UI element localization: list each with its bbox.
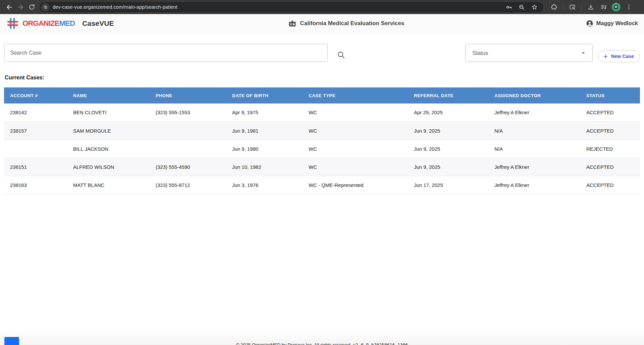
search-case-field bbox=[4, 44, 328, 62]
plus-icon bbox=[603, 54, 608, 59]
tab-search-button[interactable] bbox=[567, 1, 578, 13]
search-case-input[interactable] bbox=[4, 44, 327, 62]
passwords-button[interactable] bbox=[503, 1, 515, 13]
downloads-button[interactable] bbox=[585, 1, 596, 13]
user-name: Maggy Wedlock bbox=[596, 20, 638, 26]
cell-phone: (323) 555-8712 bbox=[156, 176, 232, 194]
status-filter-select[interactable]: Status bbox=[465, 44, 593, 62]
cell-name: MATT BLANC bbox=[73, 176, 156, 194]
cell-name: ALFRED WILSON bbox=[73, 158, 156, 176]
badge-icon bbox=[288, 19, 297, 28]
table-row[interactable]: 238157 SAM MORGULE Jun 9, 1981 WC Jun 9,… bbox=[4, 122, 640, 140]
cell-account bbox=[4, 140, 73, 158]
app-title: CaseVUE bbox=[82, 19, 114, 27]
cell-referral-date: Apr 29, 2025 bbox=[414, 104, 494, 122]
cell-case-type: WC bbox=[309, 122, 414, 140]
footer: © 2025 OrganizeMED by Pranava Inc. All r… bbox=[0, 342, 644, 345]
cell-name: SAM MORGULE bbox=[73, 122, 156, 140]
search-icon bbox=[337, 51, 345, 59]
cell-phone: (323) 555-1553 bbox=[156, 104, 232, 122]
user-menu[interactable]: Maggy Wedlock bbox=[586, 19, 638, 27]
cell-case-type: WC bbox=[309, 158, 414, 176]
cell-phone: (323) 555-4590 bbox=[156, 158, 232, 176]
cell-referral-date: Jun 9, 2025 bbox=[414, 122, 494, 140]
profile-avatar bbox=[612, 3, 621, 11]
address-bar[interactable]: dev-case-vue.organizemed.com/main-app/se… bbox=[40, 2, 543, 12]
cell-doctor: N/A bbox=[494, 140, 586, 158]
account-circle-icon bbox=[586, 19, 594, 27]
puzzle-icon bbox=[550, 4, 557, 11]
copyright-text: © 2025 OrganizeMED by Pranava Inc. All r… bbox=[236, 342, 352, 345]
browser-toolbar: dev-case-vue.organizemed.com/main-app/se… bbox=[0, 0, 644, 14]
bookmark-button[interactable] bbox=[529, 1, 540, 13]
cell-doctor: Jeffrey A Elkner bbox=[494, 158, 586, 176]
forward-button[interactable] bbox=[15, 1, 26, 13]
col-header-case-type: CASE TYPE bbox=[309, 87, 414, 104]
col-header-account: ACCOUNT # bbox=[4, 87, 73, 104]
download-icon bbox=[587, 4, 594, 11]
table-header-row: ACCOUNT # NAME PHONE DATE OF BIRTH CASE … bbox=[4, 87, 640, 104]
back-icon bbox=[5, 3, 13, 11]
cell-doctor: N/A bbox=[494, 122, 586, 140]
col-header-phone: PHONE bbox=[156, 87, 232, 104]
organization-selector[interactable]: California Medical Evaluation Services bbox=[288, 19, 405, 28]
media-queue-button[interactable] bbox=[598, 1, 609, 13]
col-header-status: STATUS bbox=[586, 87, 640, 104]
extensions-button[interactable] bbox=[548, 1, 559, 13]
brand-wordmark: ORGANIZEMED bbox=[22, 19, 75, 28]
status-filter-label: Status bbox=[472, 50, 488, 56]
cell-doctor: Jeffrey A Elkner bbox=[494, 176, 586, 194]
key-icon bbox=[505, 4, 513, 11]
cell-status: ACCEPTED bbox=[586, 158, 640, 176]
browser-actions bbox=[548, 1, 635, 13]
version-text: v2.0.9-b20250616.1306 bbox=[353, 342, 408, 345]
back-button[interactable] bbox=[3, 1, 15, 13]
cell-status: ACCEPTED bbox=[586, 176, 640, 194]
col-header-assigned-doctor: ASSIGNED DOCTOR bbox=[494, 87, 586, 104]
cell-name: BILL JACKSON bbox=[73, 140, 156, 158]
table-row[interactable]: BILL JACKSON Jun 9, 1980 WC Jun 9, 2025 … bbox=[4, 140, 640, 158]
kebab-menu-icon bbox=[626, 4, 632, 10]
reload-button[interactable] bbox=[26, 1, 38, 13]
new-case-button[interactable]: New Case bbox=[598, 50, 640, 62]
current-cases-heading: Current Cases: bbox=[5, 74, 644, 81]
brand-logo[interactable]: ORGANIZEMED CaseVUE bbox=[6, 17, 114, 30]
cell-status: ACCEPTED bbox=[586, 104, 640, 122]
cell-dob: Jun 3, 1976 bbox=[232, 176, 309, 194]
tab-search-icon bbox=[569, 4, 576, 11]
table-row[interactable]: 238151 ALFRED WILSON (323) 555-4590 Jun … bbox=[4, 158, 640, 176]
organization-name: California Medical Evaluation Services bbox=[300, 20, 405, 27]
url-text[interactable]: dev-case-vue.organizemed.com/main-app/se… bbox=[53, 4, 503, 10]
caret-down-icon bbox=[580, 49, 587, 57]
cell-account: 238151 bbox=[4, 158, 73, 176]
toolbar-separator bbox=[563, 4, 563, 10]
cell-referral-date: Jun 17, 2025 bbox=[414, 176, 494, 194]
cell-account: 238142 bbox=[4, 104, 73, 122]
col-header-dob: DATE OF BIRTH bbox=[232, 87, 309, 104]
cell-phone bbox=[156, 140, 232, 158]
cell-status: ACCEPTED bbox=[586, 122, 640, 140]
cell-case-type: WC bbox=[309, 104, 414, 122]
playlist-icon bbox=[600, 4, 607, 11]
site-settings-button[interactable] bbox=[41, 3, 50, 11]
zoom-button[interactable] bbox=[516, 1, 527, 13]
star-icon bbox=[531, 4, 538, 11]
organizemed-logo-icon bbox=[6, 17, 19, 30]
col-header-referral-date: REFERRAL DATE bbox=[414, 87, 494, 104]
zoom-out-icon bbox=[518, 4, 525, 11]
search-button[interactable] bbox=[337, 51, 345, 59]
tune-icon bbox=[43, 5, 48, 10]
reload-icon bbox=[28, 3, 36, 11]
cell-doctor: Jeffrey A Elkner bbox=[494, 104, 586, 122]
cell-dob: Jun 9, 1981 bbox=[232, 122, 309, 140]
case-toolbar: Status New Case bbox=[0, 33, 644, 62]
cell-name: BEN CLOVETI bbox=[73, 104, 156, 122]
table-row[interactable]: 238142 BEN CLOVETI (323) 555-1553 Apr 9,… bbox=[4, 104, 640, 122]
table-row[interactable]: 238163 MATT BLANC (323) 555-8712 Jun 3, … bbox=[4, 176, 640, 194]
col-header-name: NAME bbox=[73, 87, 156, 104]
profile-button[interactable] bbox=[610, 1, 622, 13]
cell-referral-date: Jun 9, 2025 bbox=[414, 158, 494, 176]
forward-icon bbox=[17, 3, 24, 11]
cell-case-type: WC - QME-Represented bbox=[309, 176, 414, 194]
browser-menu-button[interactable] bbox=[623, 1, 635, 13]
